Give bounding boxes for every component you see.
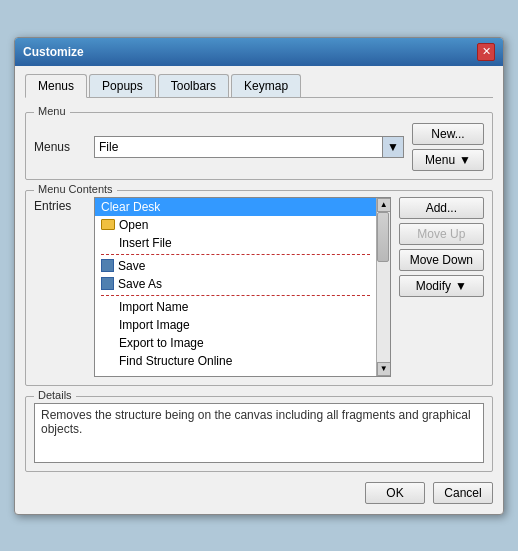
item-text: Find Structure Online <box>101 354 232 368</box>
details-group: Details Removes the structure being on t… <box>25 396 493 472</box>
list-item[interactable]: Import Name <box>95 298 376 316</box>
tab-menus[interactable]: Menus <box>25 74 87 98</box>
entries-label: Entries <box>34 197 86 213</box>
tab-keymap[interactable]: Keymap <box>231 74 301 97</box>
add-button[interactable]: Add... <box>399 197 484 219</box>
menus-dropdown[interactable]: File Edit View Help <box>94 136 404 158</box>
tab-toolbars[interactable]: Toolbars <box>158 74 229 97</box>
scroll-down-icon[interactable]: ▼ <box>377 362 390 376</box>
tab-popups[interactable]: Popups <box>89 74 156 97</box>
menus-row: Menus File Edit View Help ▼ New... Menu … <box>34 123 484 171</box>
scroll-up-icon[interactable]: ▲ <box>377 198 390 212</box>
new-button[interactable]: New... <box>412 123 484 145</box>
modify-button[interactable]: Modify ▼ <box>399 275 484 297</box>
menus-dropdown-container: File Edit View Help ▼ <box>94 136 404 158</box>
contents-group: Menu Contents Entries Clear Desk Open <box>25 190 493 386</box>
modify-button-label: Modify <box>416 279 451 293</box>
customize-dialog: Customize ✕ Menus Popups Toolbars Keymap… <box>14 37 504 515</box>
details-text: Removes the structure being on the canva… <box>34 403 484 463</box>
close-button[interactable]: ✕ <box>477 43 495 61</box>
list-item[interactable]: Save As <box>95 275 376 293</box>
item-text: Export to Image <box>101 336 204 350</box>
move-down-button[interactable]: Move Down <box>399 249 484 271</box>
menu-group: Menu Menus File Edit View Help ▼ New... … <box>25 112 493 180</box>
scroll-track <box>377 212 390 362</box>
title-bar: Customize ✕ <box>15 38 503 66</box>
scrollbar[interactable]: ▲ ▼ <box>376 198 390 376</box>
contents-group-label: Menu Contents <box>34 183 117 195</box>
footer: OK Cancel <box>25 482 493 504</box>
menu-button-label: Menu <box>425 153 455 167</box>
tabs-container: Menus Popups Toolbars Keymap <box>25 74 493 98</box>
menu-group-label: Menu <box>34 105 70 117</box>
item-text: Save <box>118 259 145 273</box>
menus-label: Menus <box>34 140 86 154</box>
list-item[interactable]: Save <box>95 257 376 275</box>
separator <box>101 254 370 255</box>
cancel-button[interactable]: Cancel <box>433 482 493 504</box>
window-body: Menus Popups Toolbars Keymap Menu Menus … <box>15 66 503 514</box>
list-item[interactable]: Find Structure Online <box>95 352 376 370</box>
item-text: Open <box>119 218 148 232</box>
folder-icon <box>101 219 115 230</box>
list-item[interactable]: Clear Desk <box>95 198 376 216</box>
item-text: Insert File <box>101 236 172 250</box>
window-title: Customize <box>23 45 84 59</box>
list-item[interactable]: Insert File <box>95 234 376 252</box>
separator <box>101 295 370 296</box>
ok-button[interactable]: OK <box>365 482 425 504</box>
item-text: Save As <box>118 277 162 291</box>
item-text: Import Name <box>101 300 188 314</box>
entries-listbox[interactable]: Clear Desk Open Insert File <box>94 197 391 377</box>
list-item[interactable]: Import Image <box>95 316 376 334</box>
menu-button[interactable]: Menu ▼ <box>412 149 484 171</box>
list-item[interactable]: Open <box>95 216 376 234</box>
menu-button-arrow-icon: ▼ <box>459 153 471 167</box>
list-item[interactable]: Export to Image <box>95 334 376 352</box>
save-as-icon <box>101 277 114 290</box>
move-up-button[interactable]: Move Up <box>399 223 484 245</box>
contents-row: Entries Clear Desk Open Ins <box>34 197 484 377</box>
item-text: Import Image <box>101 318 190 332</box>
menu-side-buttons: New... Menu ▼ <box>412 123 484 171</box>
scroll-thumb[interactable] <box>377 212 389 262</box>
contents-side-buttons: Add... Move Up Move Down Modify ▼ <box>399 197 484 297</box>
details-group-label: Details <box>34 389 76 401</box>
save-icon <box>101 259 114 272</box>
entries-list-scroll[interactable]: Clear Desk Open Insert File <box>95 198 376 376</box>
item-text: Clear Desk <box>101 200 160 214</box>
modify-arrow-icon: ▼ <box>455 279 467 293</box>
